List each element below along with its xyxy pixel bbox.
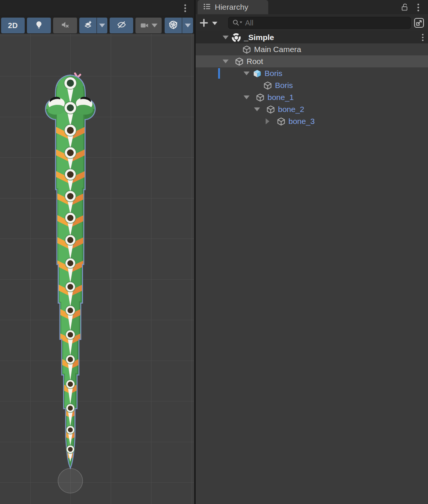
video-camera-icon	[140, 21, 158, 30]
unlocked-padlock-icon[interactable]	[400, 3, 409, 13]
hierarchy-tree: _Simple Main Camera	[196, 31, 428, 504]
foldout-collapsed-icon[interactable]	[264, 118, 271, 124]
tree-row-bone-1[interactable]: bone_1	[196, 91, 428, 103]
2d-toggle-button[interactable]: 2D	[1, 18, 25, 33]
tab-hierarchy[interactable]: Hierarchy	[198, 0, 268, 14]
scene-camera-button[interactable]	[135, 18, 162, 33]
tree-row-bone-2[interactable]: bone_2	[196, 103, 428, 115]
lightbulb-icon	[34, 20, 44, 31]
scene-visibility-button[interactable]	[110, 18, 133, 33]
prefab-cube-icon	[252, 69, 262, 78]
chevron-down-icon	[152, 24, 158, 27]
2d-label: 2D	[8, 21, 18, 30]
layers-sparkle-icon	[83, 20, 93, 31]
hierarchy-search-box	[228, 17, 411, 29]
root-bone-handle[interactable]	[58, 468, 83, 493]
chevron-down-icon	[212, 22, 217, 25]
unity-scene-icon	[231, 33, 241, 43]
scene-lighting-button[interactable]	[27, 18, 51, 33]
tree-row-bone-3[interactable]: bone_3	[196, 115, 428, 127]
scene-gizmos-dropdown[interactable]	[182, 18, 193, 33]
foldout-expanded-icon[interactable]	[253, 106, 261, 112]
pick-window-icon[interactable]	[412, 16, 426, 29]
speaker-muted-icon	[60, 20, 70, 31]
prefab-selection-bar	[218, 68, 220, 79]
scene-effects-button[interactable]	[79, 18, 97, 33]
foldout-expanded-icon[interactable]	[243, 94, 250, 100]
hierarchy-list-icon	[203, 2, 211, 12]
scene-view-header	[0, 0, 195, 16]
eye-slash-icon	[116, 19, 127, 31]
tree-row-main-camera[interactable]: Main Camera	[196, 43, 428, 55]
hierarchy-tab-bar: Hierarchy	[196, 0, 428, 14]
chevron-down-icon	[185, 24, 191, 27]
hierarchy-panel: Hierarchy	[196, 0, 428, 504]
tree-row-root[interactable]: Root	[196, 55, 428, 67]
hierarchy-menu-kebab-icon[interactable]	[415, 2, 422, 14]
search-icon	[232, 18, 244, 27]
scene-view-panel: 2D	[0, 0, 195, 504]
hierarchy-search-input[interactable]	[244, 18, 407, 28]
foldout-expanded-icon[interactable]	[243, 70, 250, 76]
boris-snake-object[interactable]	[41, 73, 95, 468]
tree-row-boris-child[interactable]: Boris	[196, 79, 428, 91]
unity-editor-window: 2D	[0, 0, 428, 504]
scene-row-kebab-icon[interactable]	[420, 33, 426, 43]
hierarchy-tab-title: Hierarchy	[215, 3, 248, 12]
cube-icon	[234, 57, 244, 66]
scene-canvas	[0, 34, 195, 504]
scene-viewport[interactable]	[0, 34, 195, 504]
cube-icon	[266, 105, 275, 114]
cube-icon	[263, 81, 272, 90]
gizmo-sphere-icon	[168, 19, 178, 31]
plus-icon	[201, 19, 207, 26]
scene-overlay-toolbar: 2D	[0, 16, 195, 34]
cube-icon	[242, 45, 251, 54]
scene-gizmos-button[interactable]	[165, 18, 182, 33]
chevron-down-icon	[99, 24, 105, 27]
scene-grid	[0, 34, 195, 504]
foldout-expanded-icon[interactable]	[222, 34, 229, 40]
scene-audio-button[interactable]	[53, 18, 77, 33]
hierarchy-toolbar	[196, 14, 428, 31]
tree-row-boris-prefab[interactable]: Boris	[196, 67, 428, 79]
foldout-expanded-icon[interactable]	[222, 58, 229, 64]
cube-icon	[276, 117, 286, 126]
tree-row-scene-_simple[interactable]: _Simple	[196, 31, 428, 43]
cube-icon	[255, 93, 265, 102]
create-object-button[interactable]	[198, 17, 221, 29]
scene-effects-dropdown[interactable]	[97, 18, 107, 33]
scene-menu-kebab-icon[interactable]	[182, 3, 189, 13]
